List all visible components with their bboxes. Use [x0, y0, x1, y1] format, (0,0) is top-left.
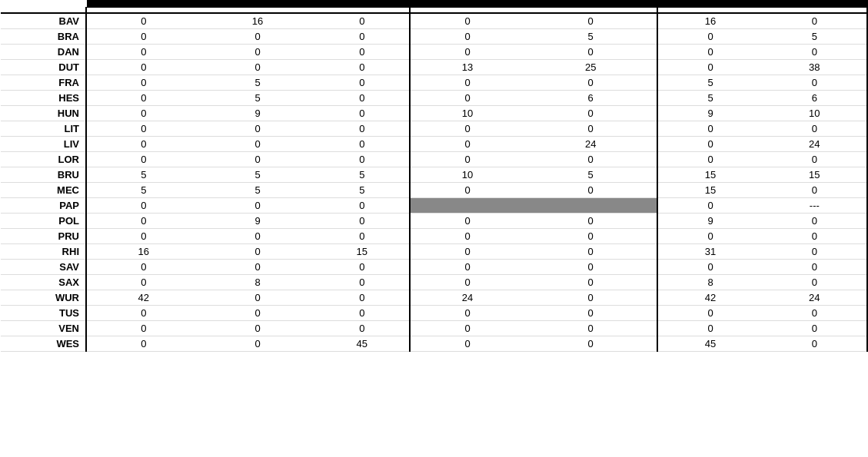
data-cell: 0: [201, 45, 315, 60]
data-cell: 0: [524, 13, 657, 29]
data-cell: 25: [524, 60, 657, 75]
data-cell: 0: [763, 229, 867, 244]
data-cell: 0: [524, 106, 657, 121]
data-cell: 0: [763, 275, 867, 290]
table-row: LIV000024024: [1, 137, 868, 152]
data-cell: 0: [410, 244, 524, 260]
data-cell: 5: [201, 91, 315, 106]
data-cell: 0: [314, 106, 410, 121]
data-cell: 0: [410, 321, 524, 336]
data-cell: PRU: [1, 229, 87, 244]
data-cell: 0: [86, 336, 201, 352]
table-row: PAP0000---: [1, 198, 868, 214]
data-cell: 0: [314, 60, 410, 75]
data-cell: 9: [657, 106, 762, 121]
data-cell: 0: [524, 152, 657, 167]
scandinavia-col-header: [524, 8, 657, 14]
data-cell: 0: [524, 290, 657, 306]
data-cell: 0: [657, 137, 762, 152]
data-cell: 6: [763, 91, 867, 106]
data-cell: 24: [524, 137, 657, 152]
table-row: BRA0000505: [1, 29, 868, 45]
data-cell: 5: [201, 183, 315, 198]
data-cell: 0: [763, 244, 867, 260]
data-cell: 0: [314, 45, 410, 60]
data-cell: 9: [201, 214, 315, 229]
data-cell: 9: [201, 106, 315, 121]
data-cell: 13: [410, 60, 524, 75]
data-cell: 0: [314, 137, 410, 152]
data-cell: 0: [314, 152, 410, 167]
data-cell: 8: [201, 275, 315, 290]
data-cell: 0: [763, 260, 867, 275]
data-cell: 0: [524, 306, 657, 321]
data-cell: DAN: [1, 45, 87, 60]
data-cell: 0: [201, 260, 315, 275]
table-row: PRU0000000: [1, 229, 868, 244]
table-row: LOR0000000: [1, 152, 868, 167]
england-col-header: [410, 8, 524, 14]
data-cell: 0: [86, 214, 201, 229]
data-cell: 0: [763, 75, 867, 91]
table-row: TUS0000000: [1, 306, 868, 321]
data-cell: 0: [201, 60, 315, 75]
data-cell: 0: [763, 214, 867, 229]
data-cell: 9: [657, 214, 762, 229]
data-cell: 0: [657, 60, 762, 75]
data-cell: 5: [314, 167, 410, 183]
data-cell: 42: [86, 290, 201, 306]
data-cell: 0: [314, 321, 410, 336]
data-cell: 0: [201, 306, 315, 321]
data-cell: 0: [410, 306, 524, 321]
data-cell: 0: [524, 214, 657, 229]
data-cell: TUS: [1, 306, 87, 321]
data-cell: 5: [657, 75, 762, 91]
table-row: RHI1601500310: [1, 244, 868, 260]
data-cell: 0: [86, 275, 201, 290]
blocked-cell: [410, 198, 657, 214]
data-cell: LOR: [1, 152, 87, 167]
table-body: BAV016000160BRA0000505DAN0000000DUT00013…: [1, 13, 868, 352]
table-row: BAV016000160: [1, 13, 868, 29]
data-cell: BRA: [1, 29, 87, 45]
data-cell: 0: [410, 91, 524, 106]
austria-col-header: [201, 8, 315, 14]
data-cell: 0: [201, 137, 315, 152]
data-cell: 6: [524, 91, 657, 106]
data-cell: 0: [314, 13, 410, 29]
spain-col-header: [314, 8, 410, 14]
data-cell: 0: [314, 290, 410, 306]
data-cell: 0: [763, 336, 867, 352]
data-cell: 0: [524, 75, 657, 91]
data-cell: 0: [314, 275, 410, 290]
data-cell: VEN: [1, 321, 87, 336]
data-cell: 0: [657, 229, 762, 244]
data-cell: 10: [410, 106, 524, 121]
table-row: FRA0500050: [1, 75, 868, 91]
data-cell: 0: [524, 229, 657, 244]
data-cell: 0: [524, 121, 657, 137]
data-cell: 5: [524, 29, 657, 45]
data-cell: 0: [86, 260, 201, 275]
minor-state-col-header: [1, 8, 87, 14]
table-row: BRU5551051515: [1, 167, 868, 183]
data-cell: 0: [657, 45, 762, 60]
data-cell: 0: [763, 321, 867, 336]
data-cell: 0: [524, 260, 657, 275]
data-cell: 0: [201, 152, 315, 167]
data-cell: 5: [86, 167, 201, 183]
data-cell: 0: [201, 121, 315, 137]
data-cell: 0: [524, 336, 657, 352]
data-cell: 0: [657, 306, 762, 321]
data-cell: 0: [410, 152, 524, 167]
data-cell: LIV: [1, 137, 87, 152]
data-cell: SAV: [1, 260, 87, 275]
data-cell: 5: [524, 167, 657, 183]
table-row: DAN0000000: [1, 45, 868, 60]
data-cell: 0: [410, 214, 524, 229]
table-row: MEC55500150: [1, 183, 868, 198]
table-row: HUN090100910: [1, 106, 868, 121]
data-cell: 0: [657, 260, 762, 275]
data-cell: 0: [410, 75, 524, 91]
data-cell: 10: [763, 106, 867, 121]
